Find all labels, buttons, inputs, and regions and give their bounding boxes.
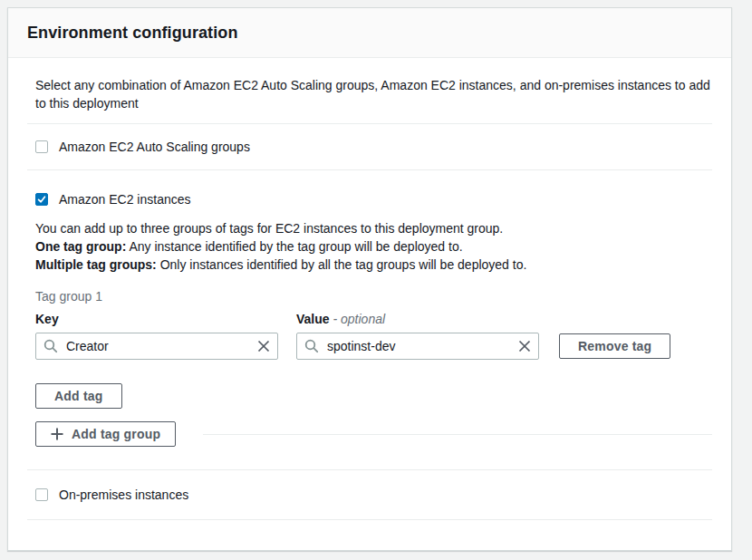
checkmark-icon: [36, 194, 47, 205]
key-input[interactable]: [35, 333, 278, 360]
page-title: Environment configuration: [27, 24, 712, 43]
plus-icon: [51, 428, 63, 440]
value-input[interactable]: [296, 333, 539, 360]
value-clear-icon[interactable]: [517, 339, 532, 353]
add-tag-group-button[interactable]: Add tag group: [35, 421, 176, 447]
key-search-box: [35, 333, 278, 360]
value-optional-suffix: - optional: [330, 312, 385, 326]
environment-configuration-panel: Environment configuration Select any com…: [7, 7, 732, 551]
ec2-checkbox[interactable]: [35, 193, 48, 206]
tag-help-line-3: Multiple tag groups: Only instances iden…: [35, 256, 712, 274]
remove-tag-button[interactable]: Remove tag: [559, 333, 670, 359]
ec2-tag-section: You can add up to three groups of tags f…: [27, 219, 712, 470]
asg-checkbox-row: Amazon EC2 Auto Scaling groups: [27, 124, 712, 170]
panel-description: Select any combination of Amazon EC2 Aut…: [27, 58, 712, 124]
onprem-checkbox[interactable]: [35, 488, 48, 501]
tag-help-line-1: You can add up to three groups of tags f…: [35, 219, 712, 237]
asg-checkbox-label[interactable]: Amazon EC2 Auto Scaling groups: [59, 140, 250, 154]
panel-header: Environment configuration: [8, 8, 731, 58]
value-search-box: [296, 333, 539, 360]
tag-group-rule: [203, 434, 712, 435]
tag-help-text: You can add up to three groups of tags f…: [35, 219, 712, 274]
add-tag-group-label: Add tag group: [72, 427, 160, 441]
value-label: Value - optional: [296, 311, 539, 327]
panel-content: Select any combination of Amazon EC2 Aut…: [8, 58, 731, 520]
tag-help-line-2: One tag group: Any instance identified b…: [35, 237, 712, 256]
ec2-checkbox-label[interactable]: Amazon EC2 instances: [59, 192, 191, 207]
ec2-checkbox-row: Amazon EC2 instances: [27, 170, 712, 207]
add-tag-button[interactable]: Add tag: [35, 383, 122, 409]
onprem-checkbox-label[interactable]: On-premises instances: [59, 488, 188, 502]
key-label: Key: [35, 311, 278, 327]
key-clear-icon[interactable]: [256, 339, 271, 353]
onprem-checkbox-row: On-premises instances: [27, 470, 712, 520]
tag-field-row: Remove tag: [35, 333, 712, 360]
tag-group-label: Tag group 1: [35, 287, 712, 305]
tag-field-labels: Key Value - optional: [35, 311, 712, 327]
asg-checkbox[interactable]: [35, 140, 48, 153]
add-tag-group-row: Add tag group: [35, 421, 712, 447]
